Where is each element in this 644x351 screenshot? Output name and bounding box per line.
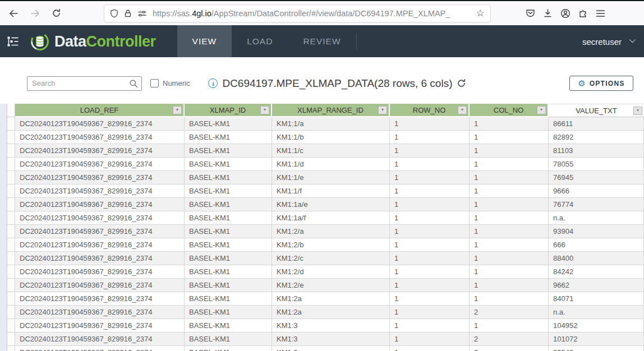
cell[interactable]: 1 bbox=[390, 238, 470, 252]
cell[interactable]: BASEL-KM1 bbox=[185, 225, 272, 238]
cell[interactable]: 1 bbox=[390, 198, 470, 211]
cell[interactable]: 1 bbox=[390, 211, 470, 225]
column-header-value_txt[interactable]: VALUE_TXT▼ bbox=[549, 104, 644, 117]
cell[interactable]: 1 bbox=[470, 198, 549, 211]
cell[interactable]: 101072 bbox=[549, 332, 644, 346]
cell[interactable]: 1 bbox=[390, 319, 470, 332]
cell[interactable]: KM1:1/b bbox=[272, 131, 390, 144]
cell[interactable]: 1 bbox=[390, 332, 470, 346]
row-handle[interactable] bbox=[7, 198, 15, 211]
cell[interactable]: BASEL-KM1 bbox=[185, 198, 272, 211]
bookmark-star-icon[interactable]: ☆ bbox=[476, 7, 485, 19]
cell[interactable]: n.a. bbox=[549, 211, 644, 225]
row-handle[interactable] bbox=[7, 265, 15, 279]
cell[interactable]: 1 bbox=[470, 252, 549, 265]
cell[interactable]: 1 bbox=[470, 319, 549, 332]
row-handle[interactable] bbox=[7, 117, 15, 131]
app-logo[interactable]: DataController bbox=[30, 25, 156, 58]
filter-button[interactable]: ▼ bbox=[378, 106, 387, 114]
filter-button[interactable]: ▼ bbox=[458, 106, 467, 114]
filter-button[interactable]: ▼ bbox=[633, 107, 642, 115]
row-handle[interactable] bbox=[7, 319, 15, 332]
tree-menu-icon[interactable] bbox=[7, 35, 20, 48]
cell[interactable]: BASEL-KM1 bbox=[185, 184, 272, 198]
cell[interactable]: 1 bbox=[470, 292, 549, 306]
cell[interactable]: 81103 bbox=[549, 144, 644, 158]
cell[interactable]: 1 bbox=[390, 292, 470, 306]
column-header-col_no[interactable]: COL_NO▼ bbox=[470, 104, 549, 117]
cell[interactable]: 76774 bbox=[549, 198, 644, 211]
cell[interactable]: DC20240123T190459367_829916_2374 bbox=[15, 265, 185, 279]
cell[interactable]: DC20240123T190459367_829916_2374 bbox=[15, 292, 185, 306]
cell[interactable]: DC20240123T190459367_829916_2374 bbox=[15, 211, 185, 225]
cell[interactable]: BASEL-KM1 bbox=[185, 144, 272, 158]
tab-view[interactable]: VIEW bbox=[177, 25, 232, 58]
cell[interactable]: KM1:2a bbox=[272, 306, 390, 319]
cell[interactable]: KM1:1a/f bbox=[272, 211, 390, 225]
cell[interactable]: BASEL-KM1 bbox=[185, 279, 272, 292]
column-header-load_ref[interactable]: LOAD_REF▼ bbox=[15, 104, 185, 117]
cell[interactable]: 78055 bbox=[549, 158, 644, 171]
lock-icon[interactable] bbox=[124, 9, 132, 18]
cell[interactable]: 93904 bbox=[549, 225, 644, 238]
row-handle[interactable] bbox=[7, 144, 15, 158]
cell[interactable]: 3 bbox=[470, 346, 549, 351]
forward-icon[interactable] bbox=[26, 5, 43, 22]
cell[interactable]: DC20240123T190459367_829916_2374 bbox=[15, 252, 185, 265]
cell[interactable]: 1 bbox=[470, 225, 549, 238]
row-handle[interactable] bbox=[7, 306, 15, 319]
cell[interactable]: DC20240123T190459367_829916_2374 bbox=[15, 117, 185, 131]
cell[interactable]: KM1:2/d bbox=[272, 265, 390, 279]
cell[interactable]: 104952 bbox=[549, 319, 644, 332]
cell[interactable]: 1 bbox=[470, 144, 549, 158]
numeric-toggle[interactable]: Numeric bbox=[150, 79, 190, 87]
cell[interactable]: BASEL-KM1 bbox=[185, 292, 272, 306]
cell[interactable]: KM1:1/f bbox=[272, 184, 390, 198]
cell[interactable]: DC20240123T190459367_829916_2374 bbox=[15, 306, 185, 319]
cell[interactable]: DC20240123T190459367_829916_2374 bbox=[15, 171, 185, 184]
account-icon[interactable] bbox=[560, 8, 571, 19]
row-handle[interactable] bbox=[7, 252, 15, 265]
extensions-icon[interactable] bbox=[578, 8, 588, 18]
cell[interactable]: 99542 bbox=[549, 346, 644, 351]
options-button[interactable]: ⚙ OPTIONS bbox=[569, 76, 633, 91]
permissions-icon[interactable] bbox=[137, 10, 147, 17]
cell[interactable]: 1 bbox=[390, 346, 470, 351]
cell[interactable]: 1 bbox=[470, 158, 549, 171]
cell[interactable]: 1 bbox=[390, 158, 470, 171]
cell[interactable]: 1 bbox=[470, 171, 549, 184]
row-handle[interactable] bbox=[7, 184, 15, 198]
cell[interactable]: 1 bbox=[390, 171, 470, 184]
row-handle[interactable] bbox=[7, 171, 15, 184]
cell[interactable]: BASEL-KM1 bbox=[185, 346, 272, 351]
cell[interactable]: DC20240123T190459367_829916_2374 bbox=[15, 238, 185, 252]
cell[interactable]: 1 bbox=[470, 184, 549, 198]
cell[interactable]: DC20240123T190459367_829916_2374 bbox=[15, 279, 185, 292]
search-input[interactable] bbox=[32, 79, 129, 87]
cell[interactable]: DC20240123T190459367_829916_2374 bbox=[15, 184, 185, 198]
row-handle[interactable] bbox=[7, 332, 15, 346]
cell[interactable]: KM1:1/c bbox=[272, 144, 390, 158]
cell[interactable]: DC20240123T190459367_829916_2374 bbox=[15, 346, 185, 351]
cell[interactable]: 1 bbox=[390, 117, 470, 131]
cell[interactable]: 1 bbox=[470, 211, 549, 225]
row-handle[interactable] bbox=[7, 225, 15, 238]
filter-button[interactable]: ▼ bbox=[537, 106, 546, 114]
row-handle[interactable] bbox=[7, 292, 15, 306]
column-header-row_no[interactable]: ROW_NO▼ bbox=[390, 104, 470, 117]
row-handle[interactable] bbox=[7, 131, 15, 144]
cell[interactable]: 1 bbox=[390, 279, 470, 292]
cell[interactable]: n.a. bbox=[549, 306, 644, 319]
cell[interactable]: KM1:2/c bbox=[272, 252, 390, 265]
cell[interactable]: 1 bbox=[390, 252, 470, 265]
pocket-icon[interactable] bbox=[526, 8, 535, 18]
cell[interactable]: 1 bbox=[390, 131, 470, 144]
cell[interactable]: BASEL-KM1 bbox=[185, 265, 272, 279]
shield-icon[interactable] bbox=[110, 9, 118, 18]
cell[interactable]: 9666 bbox=[549, 184, 644, 198]
cell[interactable]: KM1:3 bbox=[272, 332, 390, 346]
cell[interactable]: 1 bbox=[390, 265, 470, 279]
numeric-checkbox[interactable] bbox=[150, 79, 159, 87]
cell[interactable]: KM1:1/e bbox=[272, 171, 390, 184]
cell[interactable]: 88400 bbox=[549, 252, 644, 265]
